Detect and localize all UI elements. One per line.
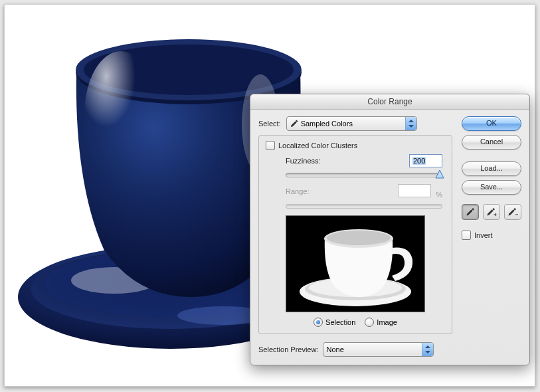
- svg-point-8: [84, 51, 157, 177]
- svg-rect-17: [515, 215, 518, 215]
- selection-radio[interactable]: Selection: [314, 318, 355, 327]
- load-button[interactable]: Load...: [462, 161, 521, 176]
- localized-label: Localized Color Clusters: [278, 142, 357, 149]
- save-button[interactable]: Save...: [462, 180, 521, 195]
- image-radio[interactable]: Image: [365, 318, 397, 327]
- fuzziness-label: Fuzziness:: [286, 157, 321, 165]
- selection-preview-dropdown[interactable]: None: [323, 342, 434, 357]
- selection-radio-label: Selection: [325, 318, 355, 326]
- localized-checkbox[interactable]: [266, 141, 275, 150]
- color-range-dialog: Color Range Select: Sampled Colors Local…: [250, 94, 530, 365]
- chevron-updown-icon: [405, 117, 416, 130]
- settings-group: Localized Color Clusters Fuzziness: 200 …: [258, 135, 452, 334]
- image-radio-label: Image: [377, 318, 397, 326]
- radio-icon: [365, 318, 374, 327]
- invert-checkbox[interactable]: [462, 231, 471, 240]
- radio-icon: [314, 318, 323, 327]
- svg-point-16: [327, 231, 391, 245]
- invert-label: Invert: [474, 231, 493, 239]
- select-label: Select:: [258, 120, 281, 128]
- eyedropper-add-tool[interactable]: [483, 204, 500, 220]
- select-dropdown[interactable]: Sampled Colors: [286, 116, 417, 131]
- range-slider: [286, 204, 442, 209]
- selection-preview-value: None: [327, 345, 344, 353]
- eyedropper-subtract-tool[interactable]: [504, 204, 521, 220]
- selection-preview-label: Selection Preview:: [258, 345, 319, 353]
- dialog-title: Color Range: [250, 94, 529, 110]
- select-value: Sampled Colors: [301, 120, 353, 128]
- chevron-updown-icon: [422, 343, 433, 356]
- cancel-button[interactable]: Cancel: [462, 135, 521, 149]
- selection-preview-thumbnail[interactable]: [286, 215, 425, 312]
- fuzziness-input[interactable]: 200: [409, 154, 442, 167]
- range-label: Range:: [286, 187, 309, 195]
- ok-button[interactable]: OK: [462, 116, 521, 131]
- range-unit: %: [436, 191, 442, 199]
- slider-thumb[interactable]: [435, 169, 444, 179]
- eyedropper-tool[interactable]: [462, 204, 479, 220]
- fuzziness-slider[interactable]: [286, 173, 442, 177]
- range-input: [398, 184, 431, 197]
- eyedropper-icon: [290, 120, 298, 128]
